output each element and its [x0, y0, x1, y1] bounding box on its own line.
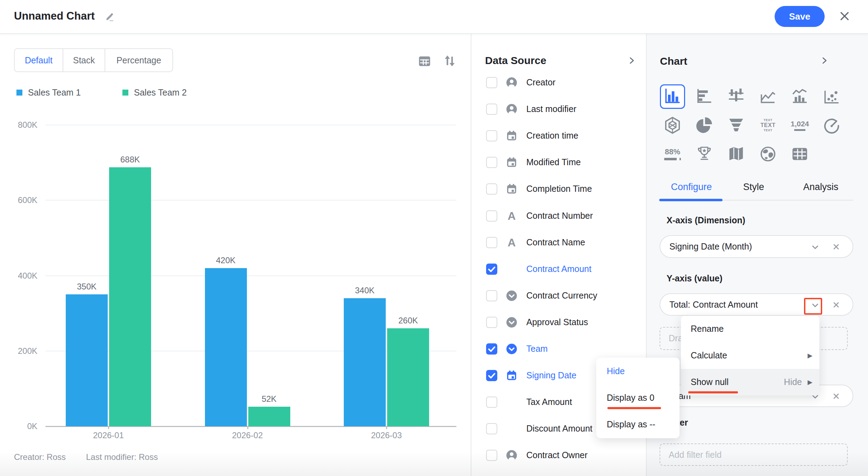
- field-row-contract-name[interactable]: AContract Name: [486, 235, 640, 251]
- calendar-field-icon: [506, 183, 517, 195]
- checkbox-team[interactable]: [486, 343, 497, 355]
- submenu-arrow-icon: ▶: [807, 352, 812, 359]
- checkbox-approval-status[interactable]: [486, 317, 497, 328]
- x-axis-tick-label: 2026-02: [232, 430, 263, 440]
- chart-type-radar-icon[interactable]: [663, 116, 682, 135]
- field-row-creator[interactable]: Creator: [486, 75, 640, 91]
- field-label: Approval Status: [526, 317, 588, 327]
- chart-type-gauge-icon[interactable]: [822, 116, 841, 135]
- annotation-underline: [607, 407, 661, 409]
- save-button[interactable]: Save: [775, 6, 825, 27]
- x-axis-field-value: Signing Date (Month): [669, 241, 752, 252]
- field-label: Modified Time: [526, 157, 581, 167]
- remove-field-icon[interactable]: [832, 243, 840, 251]
- menu-item-calculate[interactable]: Calculate▶: [681, 342, 819, 369]
- field-label: Last modifier: [526, 104, 576, 114]
- field-row-modified-time[interactable]: Modified Time: [486, 155, 640, 170]
- field-label: Completion Time: [526, 184, 592, 194]
- field-row-creation-time[interactable]: Creation time: [486, 128, 640, 144]
- person-field-icon: [506, 104, 517, 115]
- y-axis-tick-label: 800K: [10, 120, 37, 130]
- legend-swatch: [16, 90, 22, 96]
- chart-type-pie-icon[interactable]: [695, 116, 714, 135]
- edit-title-icon[interactable]: [105, 12, 115, 21]
- checkbox-modified-time[interactable]: [486, 157, 497, 168]
- field-row-contract-amount[interactable]: 6Contract Amount: [486, 262, 640, 277]
- chart-type-bar-icon[interactable]: [695, 87, 714, 106]
- legend-label: Sales Team 2: [134, 88, 187, 98]
- chart-type-table-icon[interactable]: [790, 145, 809, 163]
- checkbox-contract-owner[interactable]: [486, 450, 497, 461]
- field-row-completion-time[interactable]: Completion Time: [486, 182, 640, 197]
- chart-type-column-icon[interactable]: [663, 87, 682, 106]
- view-tab-stack[interactable]: Stack: [63, 49, 105, 71]
- data-table-icon[interactable]: [418, 55, 431, 68]
- select-field-icon: [506, 343, 517, 355]
- chart-type-number-icon[interactable]: 1,024: [790, 116, 809, 135]
- sort-icon[interactable]: [443, 54, 457, 68]
- checkbox-contract-currency[interactable]: [486, 290, 497, 301]
- collapse-chart-icon[interactable]: [820, 56, 829, 65]
- field-row-contract-owner[interactable]: Contract Owner: [486, 448, 640, 463]
- person-field-icon: [506, 450, 517, 461]
- checkbox-tax-amount[interactable]: [486, 397, 497, 408]
- tab-style[interactable]: Style: [743, 182, 764, 192]
- submenu-item-display-as[interactable]: Display as --: [596, 411, 680, 438]
- collapse-data-source-icon[interactable]: [627, 56, 636, 65]
- submenu-item-label: Display as 0: [607, 393, 654, 403]
- bar-value-label: 350K: [77, 282, 97, 292]
- annotation-highlight-box: [804, 298, 822, 315]
- field-row-last-modifier[interactable]: Last modifier: [486, 102, 640, 117]
- checkbox-discount-amount[interactable]: [486, 423, 497, 434]
- tab-configure[interactable]: Configure: [671, 182, 712, 192]
- chart-type-rank-icon[interactable]: [695, 145, 714, 163]
- chevron-down-icon[interactable]: [811, 243, 819, 251]
- tab-analysis[interactable]: Analysis: [803, 182, 839, 192]
- checkbox-completion-time[interactable]: [486, 183, 497, 195]
- y-axis-field-pill[interactable]: Total: Contract Amount: [660, 293, 853, 316]
- legend-item-sales-team-1[interactable]: Sales Team 1: [16, 88, 81, 98]
- panel-divider: [471, 33, 471, 476]
- field-label: Creation time: [526, 131, 578, 141]
- checkbox-contract-name[interactable]: [486, 237, 497, 248]
- view-tab-percentage[interactable]: Percentage: [105, 49, 172, 71]
- checkbox-signing-date[interactable]: [486, 370, 497, 381]
- checkbox-contract-amount[interactable]: [486, 264, 497, 275]
- submenu-item-hide[interactable]: Hide: [596, 358, 680, 385]
- chart-type-funnel-icon[interactable]: [727, 116, 746, 135]
- x-axis-field-pill[interactable]: Signing Date (Month): [660, 235, 853, 258]
- chart-type-combo-icon[interactable]: [790, 87, 809, 106]
- field-label: Tax Amount: [526, 397, 572, 407]
- chart-type-scatter-icon[interactable]: [822, 87, 841, 106]
- checkbox-last-modifier[interactable]: [486, 104, 497, 115]
- chart-type-text-icon[interactable]: TEXTTEXTTEXT: [759, 116, 777, 135]
- select-field-icon: [506, 317, 517, 328]
- remove-field-icon[interactable]: [832, 301, 840, 309]
- checkbox-creator[interactable]: [486, 77, 497, 88]
- data-source-title: Data Source: [485, 55, 546, 66]
- legend-item-sales-team-2[interactable]: Sales Team 2: [122, 88, 187, 98]
- checkbox-creation-time[interactable]: [486, 130, 497, 141]
- bar-value-label: 52K: [262, 394, 277, 404]
- filter-drop-zone[interactable]: Add filter field: [660, 443, 848, 466]
- chart-type-line-icon[interactable]: [759, 87, 777, 106]
- field-row-approval-status[interactable]: Approval Status: [486, 315, 640, 330]
- menu-item-rename[interactable]: Rename: [681, 316, 819, 342]
- y-axis-tick-label: 200K: [10, 346, 37, 356]
- remove-field-icon[interactable]: [832, 392, 840, 400]
- x-axis-tick-label: 2026-01: [93, 430, 124, 440]
- chart-type-bidirectional-icon[interactable]: [727, 87, 746, 106]
- field-row-contract-currency[interactable]: Contract Currency: [486, 288, 640, 304]
- checkbox-contract-number[interactable]: [486, 210, 497, 222]
- chart-type-percent-icon[interactable]: 88%: [663, 145, 682, 163]
- submenu-item-label: Display as --: [607, 419, 655, 429]
- chart-type-globe-icon[interactable]: [759, 145, 777, 163]
- bar-value-label: 340K: [355, 286, 375, 295]
- field-row-contract-number[interactable]: AContract Number: [486, 209, 640, 224]
- chart-type-map-icon[interactable]: [727, 145, 746, 163]
- close-icon[interactable]: [839, 10, 851, 22]
- number-field-icon: 6: [506, 264, 517, 275]
- calendar-field-icon: [506, 130, 517, 141]
- view-tab-default[interactable]: Default: [15, 49, 63, 71]
- field-row-team[interactable]: Team: [486, 342, 640, 357]
